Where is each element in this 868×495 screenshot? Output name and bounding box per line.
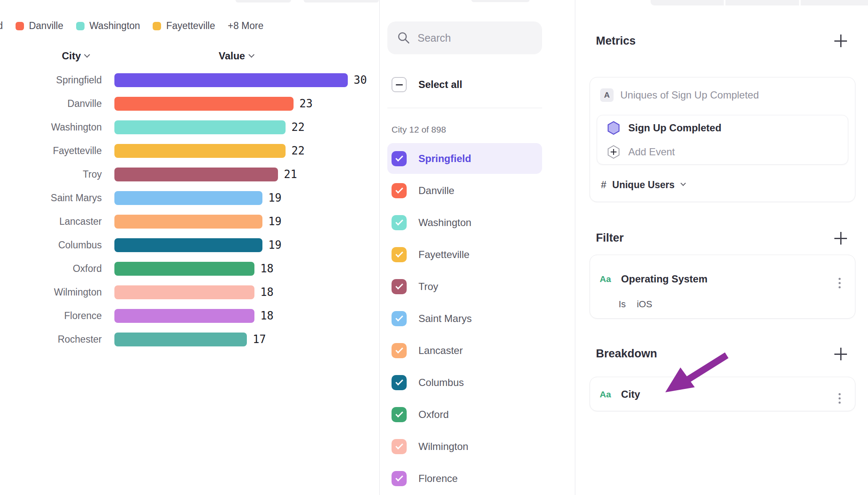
bar-row: Florence 18 — [0, 304, 379, 327]
city-list-item[interactable]: Saint Marys — [387, 303, 542, 334]
legend-label: Washington — [90, 20, 140, 32]
filter-property-row[interactable]: Aa Operating System — [600, 272, 707, 286]
event-row[interactable]: Sign Up Completed — [607, 121, 721, 135]
checkmark-icon — [395, 410, 403, 417]
legend-swatch — [76, 22, 85, 30]
city-checkbox[interactable] — [392, 343, 407, 358]
bar[interactable] — [114, 97, 294, 111]
legend-item[interactable]: Fayetteville — [153, 20, 215, 32]
bar-row: Columbus 19 — [0, 233, 379, 257]
bar-row: Washington 22 — [0, 115, 379, 139]
breakdown-card: Aa City — [590, 377, 855, 411]
select-all-checkbox[interactable] — [392, 77, 407, 92]
bar-value-label: 19 — [268, 192, 281, 204]
select-all-row[interactable]: Select all — [392, 77, 462, 92]
search-input[interactable] — [418, 32, 531, 44]
bar[interactable] — [114, 120, 286, 134]
city-checkbox[interactable] — [392, 439, 407, 454]
bar[interactable] — [114, 262, 254, 276]
city-checkbox[interactable] — [392, 375, 407, 390]
city-checkbox[interactable] — [392, 471, 407, 486]
city-list-item[interactable]: Troy — [387, 271, 542, 302]
toolbar-remnant — [471, 0, 529, 2]
add-filter-button[interactable] — [834, 231, 848, 245]
aggregation-dropdown[interactable]: # Unique Users — [601, 178, 685, 192]
city-list-item[interactable]: Springfield — [387, 143, 542, 174]
chevron-down-icon — [84, 51, 90, 57]
bar-category-label: Washington — [0, 122, 102, 133]
string-type-badge: Aa — [600, 389, 611, 399]
bar-value-label: 18 — [260, 309, 273, 322]
bar-value-label: 30 — [354, 74, 367, 86]
kebab-menu-icon[interactable] — [836, 391, 843, 406]
bar-row: Fayetteville 22 — [0, 139, 379, 162]
bar-row: Wilmington 18 — [0, 280, 379, 304]
bar-value-label: 17 — [253, 333, 266, 346]
filter-operator: Is — [619, 299, 626, 310]
add-event-label: Add Event — [628, 146, 675, 158]
add-event-hexagon-icon — [607, 145, 620, 159]
city-list-item[interactable]: Fayetteville — [387, 239, 542, 270]
metric-summary-row[interactable]: A Uniques of Sign Up Completed — [600, 88, 759, 102]
city-list-item[interactable]: Washington — [387, 207, 542, 238]
city-list-item[interactable]: Danville — [387, 175, 542, 206]
column-header-value[interactable]: Value — [219, 49, 254, 63]
toolbar-remnant — [304, 0, 379, 3]
number-icon: # — [601, 179, 606, 191]
bar-category-label: Danville — [0, 98, 102, 109]
event-name: Sign Up Completed — [628, 122, 721, 134]
bar[interactable] — [114, 144, 286, 158]
tab-remnant — [801, 0, 868, 5]
bar-category-label: Springfield — [0, 75, 102, 86]
legend-label: Springfield — [0, 20, 3, 32]
legend-more-button[interactable]: +8 More — [228, 20, 263, 32]
city-checkbox[interactable] — [392, 215, 407, 230]
legend-item[interactable]: Danville — [16, 20, 64, 32]
add-metric-button[interactable] — [834, 34, 848, 48]
legend-item[interactable]: Washington — [76, 20, 140, 32]
city-checkbox[interactable] — [392, 151, 407, 166]
city-label: Washington — [418, 217, 471, 229]
kebab-menu-icon[interactable] — [836, 275, 843, 291]
search-box[interactable] — [387, 21, 542, 54]
city-label: Danville — [418, 185, 454, 197]
bar-category-label: Oxford — [0, 263, 102, 274]
bar-row: Troy 21 — [0, 162, 379, 186]
bar[interactable] — [114, 168, 278, 181]
city-checkbox[interactable] — [392, 279, 407, 294]
city-list-item[interactable]: Florence — [387, 463, 542, 494]
column-header-city[interactable]: City — [62, 49, 89, 63]
bar-row: Oxford 18 — [0, 257, 379, 280]
bar[interactable] — [114, 191, 262, 205]
city-checkbox[interactable] — [392, 183, 407, 198]
bar[interactable] — [114, 73, 348, 87]
bar[interactable] — [114, 285, 254, 299]
breakdown-property-row[interactable]: Aa City — [600, 387, 640, 402]
add-breakdown-button[interactable] — [834, 347, 848, 361]
bar[interactable] — [114, 215, 262, 229]
string-type-badge: Aa — [600, 274, 611, 284]
tab-remnant — [725, 0, 799, 5]
bar-category-label: Rochester — [0, 334, 102, 345]
filter-condition-row[interactable]: Is iOS — [619, 299, 652, 310]
city-list-item[interactable]: Columbus — [387, 367, 542, 398]
checkmark-icon — [395, 186, 403, 193]
legend-item-partial[interactable]: Springfield — [0, 20, 3, 32]
city-list-item[interactable]: Wilmington — [387, 431, 542, 462]
city-checkbox[interactable] — [392, 311, 407, 326]
city-checkbox[interactable] — [392, 407, 407, 422]
add-event-button[interactable]: Add Event — [607, 145, 675, 159]
chart-legend: Springfield Danville Washington Fayettev… — [0, 20, 370, 34]
bar-value-label: 23 — [299, 97, 312, 110]
bar[interactable] — [114, 333, 247, 346]
bar-row: Lancaster 19 — [0, 210, 379, 233]
bar[interactable] — [114, 238, 262, 252]
filter-card: Aa Operating System Is iOS — [590, 255, 855, 319]
bar-category-label: Wilmington — [0, 287, 102, 298]
checkmark-icon — [395, 442, 403, 449]
bar[interactable] — [114, 309, 254, 323]
city-list-item[interactable]: Lancaster — [387, 335, 542, 366]
city-checkbox[interactable] — [392, 247, 407, 262]
city-list-item[interactable]: Oxford — [387, 399, 542, 430]
bar-rows: Springfield 30 Danville 23 Washington 22… — [0, 68, 379, 351]
